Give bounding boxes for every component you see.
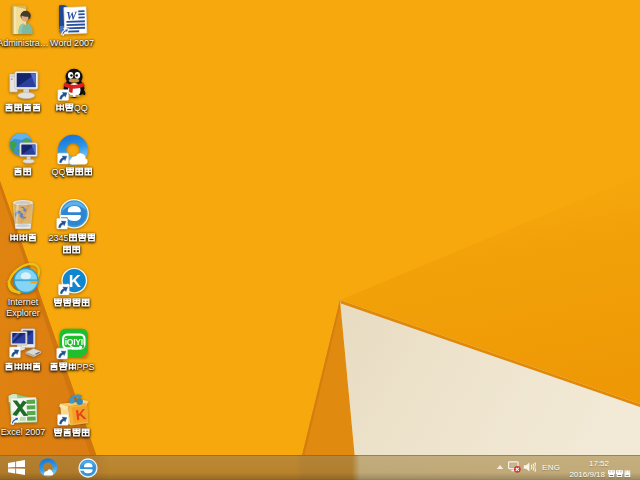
svg-text:iQIYI: iQIYI bbox=[65, 337, 83, 347]
svg-text:K: K bbox=[69, 272, 82, 291]
svg-text:W: W bbox=[66, 8, 78, 22]
